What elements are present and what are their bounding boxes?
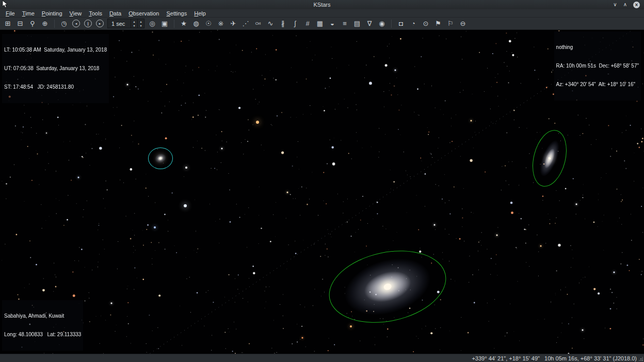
show-solar-system-button[interactable]: ☉: [203, 19, 214, 29]
menu-tools[interactable]: Tools: [85, 10, 106, 17]
time-step-back-button[interactable]: ◂: [72, 20, 80, 27]
show-ground-button[interactable]: ◒: [327, 19, 338, 29]
find-object-button[interactable]: ⚲: [27, 19, 38, 29]
bright-star[interactable]: [154, 226, 156, 228]
show-constellation-lines-button[interactable]: ⋰: [240, 19, 251, 29]
bright-star[interactable]: [46, 133, 47, 134]
close-button[interactable]: ×: [633, 2, 640, 8]
bright-star[interactable]: [221, 148, 223, 150]
show-constellation-boundaries-button[interactable]: ∦: [277, 19, 288, 29]
bright-star[interactable]: [184, 204, 187, 207]
time-pause-icon: ∥: [87, 22, 89, 26]
geographic-location-button[interactable]: ⊕: [39, 19, 51, 29]
window-title: KStars: [313, 2, 330, 8]
time-step-forward-button[interactable]: ▸: [96, 20, 104, 27]
sky-map[interactable]: LT: 10:05:38 AM Saturday, January 13, 20…: [0, 30, 644, 354]
focus-az-alt-text: Az: +340° 20' 54" Alt: +18° 10' 16": [556, 81, 639, 88]
statusbar: +339° 44' 21", +18° 15' 49" 10h 05m 16s,…: [0, 354, 644, 362]
disconnect-button[interactable]: ⊖: [457, 19, 469, 29]
zoom-in-button[interactable]: ⊞: [2, 19, 13, 29]
add-flag-button[interactable]: ⚐: [445, 19, 456, 29]
zoom-out-button[interactable]: ⊟: [14, 19, 26, 29]
time-step-spinner: ▴ ▾: [131, 19, 137, 28]
bright-star[interactable]: [256, 121, 259, 124]
bright-star[interactable]: [434, 224, 436, 226]
show-horizontal-grid-button[interactable]: ▦: [314, 19, 326, 29]
focus-object-button[interactable]: ◎: [147, 19, 158, 29]
bright-star[interactable]: [302, 337, 303, 339]
observing-list-icon: ≡: [343, 20, 347, 27]
zoom-in-icon: ⊞: [5, 20, 11, 27]
show-satellites-button[interactable]: ✈: [228, 19, 239, 29]
show-milky-way-button[interactable]: ∫: [289, 19, 301, 29]
time-step-up-button[interactable]: ▴: [131, 19, 137, 24]
show-constellation-names-button[interactable]: Ori: [252, 19, 264, 29]
bright-star[interactable]: [78, 177, 79, 178]
resize-grip[interactable]: [638, 356, 643, 361]
set-time-button[interactable]: ◷: [58, 19, 70, 29]
lock-telescope-button[interactable]: ◘: [395, 19, 407, 29]
bright-star[interactable]: [576, 204, 577, 205]
whats-interesting-button[interactable]: ◉: [376, 19, 388, 29]
show-deep-sky-objects-icon: ◍: [193, 20, 199, 27]
universal-time-text: UT: 07:05:38 Saturday, January 13, 2018: [4, 65, 107, 72]
focus-ra-dec-text: RA: 10h 00m 51s Dec: +68° 58' 57": [556, 63, 639, 69]
lock-telescope-icon: ◘: [399, 20, 403, 27]
show-constellation-names-icon: Ori: [255, 21, 261, 26]
menu-file[interactable]: File: [2, 10, 19, 17]
bright-star[interactable]: [185, 167, 187, 169]
time-step-unit-down-button[interactable]: ▾: [138, 24, 144, 28]
window-controls: ∨ ∧ ×: [613, 0, 640, 9]
menu-help[interactable]: Help: [190, 10, 210, 17]
export-sky-image-button[interactable]: ▣: [159, 19, 170, 29]
menu-data[interactable]: Data: [106, 10, 125, 17]
maximize-button[interactable]: ∧: [623, 2, 627, 7]
show-equatorial-grid-button[interactable]: #: [302, 19, 313, 29]
time-step-down-button[interactable]: ▾: [131, 24, 137, 28]
time-pause-button[interactable]: ∥: [84, 20, 92, 27]
location-name-text: Sabahiya, Ahmadi, Kuwait: [4, 313, 81, 319]
menu-observation[interactable]: Observation: [125, 10, 163, 17]
bright-star[interactable]: [111, 303, 112, 304]
bright-star[interactable]: [582, 330, 584, 331]
mouse-cursor-icon: [2, 1, 8, 8]
focus-infobox[interactable]: nothing RA: 10h 00m 51s Dec: +68° 58' 57…: [554, 31, 641, 101]
bright-star[interactable]: [350, 325, 352, 327]
time-step-value: 1 sec: [108, 19, 131, 28]
show-deep-sky-objects-button[interactable]: ◍: [190, 19, 202, 29]
location-infobox[interactable]: Sabahiya, Ahmadi, Kuwait Long: 48.100833…: [2, 300, 83, 351]
add-flag-icon: ⚐: [447, 20, 454, 27]
titlebar[interactable]: KStars ∨ ∧ ×: [0, 0, 644, 9]
menu-settings[interactable]: Settings: [163, 10, 190, 17]
bright-star[interactable]: [127, 84, 128, 86]
bright-star[interactable]: [287, 192, 288, 193]
time-step-spinbox[interactable]: 1 sec ▴ ▾ ▴ ▾: [107, 19, 144, 28]
fits-viewer-button[interactable]: ▤: [351, 19, 363, 29]
flag-button[interactable]: ⚑: [432, 19, 444, 29]
bright-star[interactable]: [395, 70, 396, 71]
show-stars-icon: ★: [181, 20, 187, 27]
menu-time[interactable]: Time: [19, 10, 38, 17]
minimize-button[interactable]: ∨: [613, 2, 617, 7]
focus-object-icon: ◎: [149, 20, 155, 27]
time-step-back-icon: ◂: [75, 22, 77, 26]
menu-view[interactable]: View: [66, 10, 86, 17]
bright-star[interactable]: [471, 120, 472, 122]
time-infobox[interactable]: LT: 10:05:38 AM Saturday, January 13, 20…: [2, 34, 109, 103]
show-constellation-art-button[interactable]: ∿: [265, 19, 276, 29]
zoom-out-icon: ⊟: [18, 20, 23, 27]
observing-list-button[interactable]: ≡: [339, 19, 350, 29]
time-step-unit-up-button[interactable]: ▴: [138, 19, 144, 24]
time-step-unit-spinner: ▴ ▾: [137, 19, 144, 28]
show-stars-button[interactable]: ★: [178, 19, 189, 29]
bright-star[interactable]: [496, 235, 498, 236]
bright-star[interactable]: [540, 245, 542, 247]
ekos-button[interactable]: ◔: [408, 19, 419, 29]
show-supernovae-button[interactable]: ※: [215, 19, 227, 29]
show-supernovae-icon: ※: [218, 20, 224, 27]
menu-pointing[interactable]: Pointing: [38, 10, 66, 17]
toolbar-separator: [54, 20, 55, 28]
telescope-center-button[interactable]: ⊙: [420, 19, 431, 29]
artificial-horizon-button[interactable]: ∇: [364, 19, 375, 29]
bright-star[interactable]: [614, 272, 615, 273]
